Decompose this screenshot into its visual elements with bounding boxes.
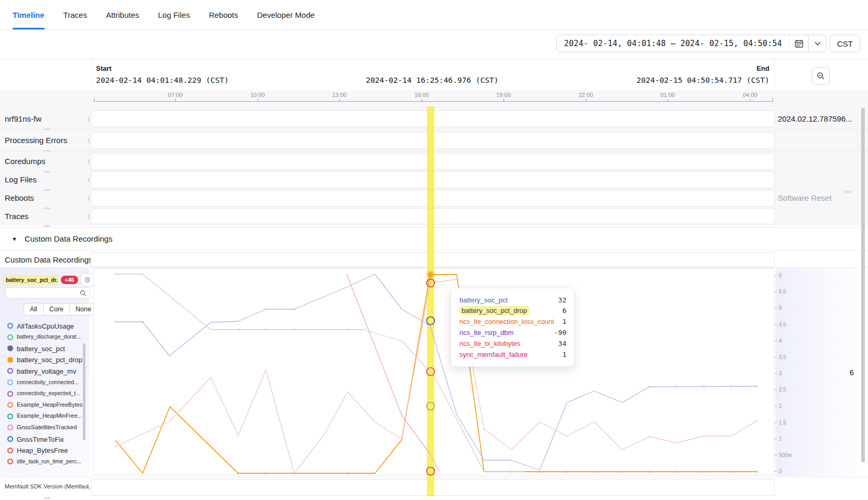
section-title: Custom Data Recordings [25,234,113,243]
y-tick-mark [775,471,777,472]
time-tick-mark [175,99,176,102]
metric-count-badge[interactable]: +46 [61,276,78,284]
legend-scrollbar[interactable] [83,343,85,440]
cdr-row-label: Custom Data Recordings [5,255,93,264]
row-resize-handle[interactable] [44,497,50,499]
cursor-timestamp: 2024-02-14 16:25:46.976 (CST) [366,76,498,84]
legend-circle-icon[interactable] [7,345,13,351]
bottom-row-label: Memfault SDK Version (Memfaul... [5,483,93,490]
row-label-log-files: Log Files [5,175,37,184]
y-tick-mark [775,291,777,292]
tab-reboots[interactable]: Reboots [209,0,238,29]
gear-icon[interactable]: ⚙ [81,273,94,287]
time-tick-label: 10:00 [250,92,265,98]
y-tick-label: 500m [779,452,792,458]
date-range-picker[interactable]: 2024- 02-14, 04:01:48 – 2024- 02-15, 04:… [556,35,827,52]
zoom-out-button[interactable] [812,67,830,85]
collapse-caret-icon[interactable]: ▼ [12,236,17,242]
y-tick-label: 2.5 [779,387,786,393]
tab-timeline[interactable]: Timeline [13,0,45,29]
row-resize-handle[interactable] [44,208,50,209]
legend-item-battery-soc-pct[interactable]: battery_soc_pct [17,345,65,353]
legend-circle-icon[interactable] [7,414,13,419]
tooltip-metric-value: -90 [554,329,566,336]
time-tick-label: 19:00 [496,92,511,98]
legend-circle-icon[interactable] [7,425,13,430]
end-label: End [756,64,769,72]
tooltip-row: battery_soc_pct32 [459,295,566,305]
y-tick-label: 0 [779,469,782,474]
tooltip-row: sync_memfault_failure1 [459,349,566,360]
metric-search [5,287,90,299]
axis-line [94,101,773,102]
time-tick-label: 13:00 [332,92,347,98]
legend-circle-icon[interactable] [7,459,13,464]
header-divider-right [775,59,775,91]
legend-item-heap-bytesfree[interactable]: Heap_BytesFree [17,447,68,454]
time-tick-label: 22:00 [578,92,593,98]
legend-item-connectivity-connected-[interactable]: connectivity_connected... [17,379,79,385]
filter-none-button[interactable]: None [69,303,97,315]
row-resize-handle[interactable] [44,128,50,130]
legend-circle-icon[interactable] [7,323,13,329]
time-tick-mark [422,99,422,102]
tooltip-metric-name: battery_soc_pct_drop [459,306,529,315]
timezone-button[interactable]: CST [830,35,860,52]
legend-circle-icon[interactable] [7,368,13,374]
legend-item-gnsstimetofix[interactable]: GnssTimeToFix [17,436,64,443]
legend-item-connectivity-expected-t-[interactable]: connectivity_expected_t... [17,390,80,396]
start-label: Start [96,64,112,72]
y-tick-label: 1 [779,436,782,441]
pinned-metric-row: battery_soc_pct_dr... +46 ⚙ [4,273,94,287]
legend-item-idle-task-run-time-perc-[interactable]: idle_task_run_time_perc... [17,458,81,464]
row-resize-handle[interactable] [44,189,50,191]
legend-item-battery-soc-pct-drop[interactable]: battery_soc_pct_drop [17,356,82,364]
time-tick-mark [503,99,504,102]
chart-tooltip: battery_soc_pct32battery_soc_pct_drop6nc… [451,288,574,367]
time-tick-mark [668,99,668,102]
tab-attributes[interactable]: Attributes [106,0,139,29]
header-divider [92,59,93,91]
legend-item-example-heapfreebytes[interactable]: Example_HeapFreeBytes [17,401,82,408]
metric-search-input[interactable] [6,288,80,298]
search-icon[interactable] [80,290,90,297]
legend-item-alltaskscpuusage[interactable]: AllTasksCpuUsage [17,322,74,330]
legend-circle-icon[interactable] [7,436,13,442]
legend-circle-icon[interactable] [7,448,13,453]
y-tick-label: 3 [779,371,782,376]
filter-all-button[interactable]: All [24,303,43,315]
chevron-down-icon[interactable] [808,35,826,52]
tab-traces[interactable]: Traces [63,0,87,29]
row-resize-handle[interactable] [44,171,50,172]
y-tick-mark [775,324,777,325]
row-resize-handle[interactable] [44,225,50,227]
time-tick-label: 16:00 [414,92,429,98]
tab-developer-mode[interactable]: Developer Mode [257,0,315,29]
row-right-label: 2024.02.12.787596... [778,114,852,123]
legend-list: AllTasksCpuUsagebattery_discharge_durat.… [0,319,85,473]
tab-log-files[interactable]: Log Files [158,0,190,29]
legend-item-gnsssatellitestracked[interactable]: GnssSatellitesTracked [17,424,77,430]
legend-item-battery-discharge-durat-[interactable]: battery_discharge_durat... [17,333,81,340]
tooltip-metric-value: 34 [558,340,566,347]
time-tick-label: 01:00 [660,92,675,98]
pinned-metric-chip[interactable]: battery_soc_pct_dr... [4,275,58,285]
calendar-icon[interactable] [789,35,808,52]
time-tick-mark [339,99,340,102]
tooltip-metric-name: ncs_lte_tx_kilobytes [459,340,520,347]
legend-item-battery-voltage-mv[interactable]: battery_voltage_mv [17,367,76,375]
row-label-processing-errors: Processing Errors [5,136,67,145]
filter-core-button[interactable]: Core [43,303,69,315]
legend-item-example-heapminfree-[interactable]: Example_HeapMinFree... [17,412,82,419]
y-tick-label: 5.5 [779,289,786,295]
time-tick-mark [258,99,258,102]
legend-circle-icon[interactable] [7,379,13,385]
y-tick-mark [775,439,777,439]
legend-circle-icon[interactable] [7,334,13,340]
page-scrollbar[interactable] [861,108,865,462]
legend-circle-icon[interactable] [7,402,13,408]
legend-circle-icon[interactable] [7,391,13,397]
row-resize-handle[interactable] [44,150,50,151]
y-tick-mark [775,455,777,455]
legend-circle-icon[interactable] [7,357,13,363]
